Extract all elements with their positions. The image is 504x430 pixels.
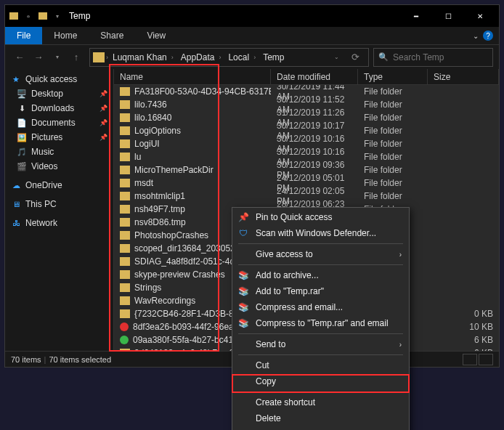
folder-icon <box>120 139 130 148</box>
ctx-create-shortcut[interactable]: Create shortcut <box>232 394 409 410</box>
check-icon <box>120 336 129 344</box>
help-icon[interactable]: ? <box>483 31 493 41</box>
back-button[interactable]: ← <box>11 49 28 66</box>
breadcrumb[interactable]: Local › <box>225 52 259 62</box>
col-name[interactable]: Name <box>114 69 271 84</box>
folder-icon <box>120 179 130 187</box>
pin-icon: 📌 <box>99 90 107 97</box>
minimize-button[interactable]: ━ <box>400 5 432 27</box>
folder-icon <box>120 296 130 305</box>
addressbar[interactable]: › Luqman Khan › AppData › Local › Temp ⌄… <box>89 48 369 67</box>
search-input[interactable] <box>393 52 502 62</box>
ctx-compress-rar-email[interactable]: 📚Compress to "Temp.rar" and email <box>232 315 409 331</box>
ctx-rename[interactable]: Rename <box>232 426 409 430</box>
status-selected-count: 70 items selected <box>49 355 111 364</box>
ctx-defender[interactable]: 🛡Scan with Windows Defender... <box>232 225 409 241</box>
folder-icon <box>120 192 130 200</box>
context-menu: 📌Pin to Quick access 🛡Scan with Windows … <box>232 207 410 430</box>
ctx-compress-email[interactable]: 📚Compress and email... <box>232 299 409 315</box>
rar-icon: 📚 <box>237 301 250 313</box>
ctx-pin[interactable]: 📌Pin to Quick access <box>232 209 409 225</box>
folder-icon <box>120 153 130 161</box>
ctx-copy[interactable]: Copy <box>232 373 409 389</box>
address-dropdown[interactable]: ⌄ <box>328 49 345 66</box>
ctx-send-to[interactable]: Send to› <box>232 336 409 352</box>
sidebar-item[interactable]: 🖥️Desktop📌 <box>5 86 113 101</box>
breadcrumb[interactable]: Luqman Khan › <box>110 52 176 62</box>
sidebar-item[interactable]: 📄Documents📌 <box>5 115 113 130</box>
item-icon: 📄 <box>17 118 27 128</box>
ribbon-tab-home[interactable]: Home <box>42 27 89 44</box>
pin-icon: 📌 <box>99 134 107 141</box>
col-size[interactable]: Size <box>428 69 499 84</box>
column-headers: Name Date modified Type Size <box>114 69 499 85</box>
sidebar-quick-access[interactable]: ★Quick access <box>5 72 113 86</box>
item-icon: 🎬 <box>17 161 27 171</box>
qat-dropdown[interactable]: ▾ <box>52 10 63 22</box>
folder-icon <box>120 113 130 122</box>
ribbon-tab-share[interactable]: Share <box>89 27 135 44</box>
shield-icon: 🛡 <box>237 227 250 239</box>
pc-icon: 🖥 <box>11 199 21 209</box>
maximize-button[interactable]: ☐ <box>432 5 464 27</box>
folder-icon <box>37 10 49 22</box>
sidebar-network[interactable]: 🖧Network <box>5 216 113 230</box>
item-icon: 🎵 <box>17 147 27 157</box>
pin-icon: 📌 <box>99 119 107 126</box>
star-icon: ★ <box>11 74 21 84</box>
up-button[interactable]: ↑ <box>68 49 85 66</box>
ribbon: File Home Share View ⌄ ? <box>5 27 499 44</box>
folder-icon <box>120 309 130 318</box>
sidebar-onedrive[interactable]: ☁OneDrive <box>5 178 113 192</box>
rar-icon: 📚 <box>237 317 250 329</box>
ctx-delete[interactable]: Delete <box>232 410 409 426</box>
breadcrumb[interactable]: Temp <box>260 52 287 62</box>
chevron-right-icon: › <box>399 341 402 349</box>
error-icon <box>120 322 129 331</box>
refresh-button[interactable]: ⟳ <box>346 49 364 66</box>
folder-icon <box>120 231 130 240</box>
titlebar: ▫ ▾ Temp ━ ☐ ✕ <box>5 5 499 27</box>
sidebar-item[interactable]: 🖼️Pictures📌 <box>5 130 113 145</box>
folder-icon <box>120 87 130 96</box>
search-icon: 🔍 <box>378 52 389 62</box>
sidebar-item[interactable]: 🎵Music <box>5 145 113 159</box>
sidebar-item[interactable]: 🎬Videos <box>5 159 113 174</box>
pin-icon: 📌 <box>237 211 250 223</box>
details-view-button[interactable] <box>463 354 477 365</box>
item-icon: 🖥️ <box>17 89 27 99</box>
ctx-add-archive[interactable]: 📚Add to archive... <box>232 267 409 283</box>
search-box[interactable]: 🔍 <box>373 48 493 67</box>
folder-icon <box>120 205 130 214</box>
properties-icon[interactable]: ▫ <box>23 10 34 22</box>
chevron-right-icon[interactable]: › <box>106 54 108 61</box>
rar-icon: 📚 <box>237 285 250 297</box>
rar-icon: 📚 <box>237 269 250 281</box>
folder-icon <box>120 257 130 266</box>
pin-icon: 📌 <box>99 105 107 112</box>
thumbnails-view-button[interactable] <box>479 354 493 365</box>
folder-icon <box>120 218 130 227</box>
folder-icon <box>93 52 105 62</box>
sidebar-item[interactable]: ⬇Downloads📌 <box>5 101 113 115</box>
cloud-icon: ☁ <box>11 180 21 190</box>
ctx-give-access[interactable]: Give access to› <box>232 246 409 262</box>
ribbon-tab-view[interactable]: View <box>135 27 177 44</box>
ctx-cut[interactable]: Cut <box>232 357 409 373</box>
ribbon-expand-icon[interactable]: ⌄ <box>473 32 479 40</box>
sidebar: ★Quick access 🖥️Desktop📌⬇Downloads📌📄Docu… <box>5 69 114 351</box>
window-title: Temp <box>69 11 90 21</box>
forward-button[interactable]: → <box>30 49 47 66</box>
recent-dropdown[interactable]: ▾ <box>49 49 66 66</box>
ribbon-tab-file[interactable]: File <box>5 27 42 44</box>
sidebar-this-pc[interactable]: 🖥This PC <box>5 197 113 211</box>
col-type[interactable]: Type <box>358 69 428 84</box>
breadcrumb[interactable]: AppData › <box>178 52 224 62</box>
folder-icon <box>120 283 130 292</box>
folder-icon <box>8 10 20 22</box>
folder-icon <box>120 270 130 279</box>
col-date[interactable]: Date modified <box>271 69 358 84</box>
folder-icon <box>120 100 130 109</box>
ctx-add-rar[interactable]: 📚Add to "Temp.rar" <box>232 283 409 299</box>
close-button[interactable]: ✕ <box>464 5 496 27</box>
